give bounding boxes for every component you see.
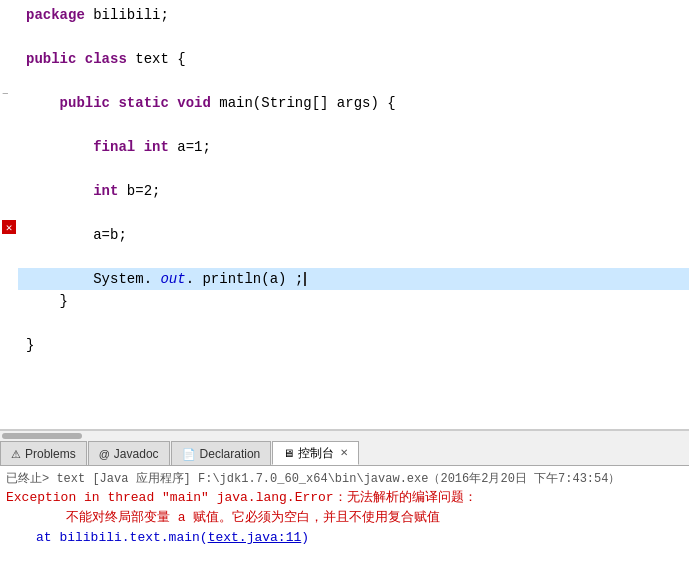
problems-icon: ⚠	[11, 442, 21, 466]
code-line-4	[18, 70, 689, 92]
tab-console[interactable]: 🖥 控制台 ✕	[272, 441, 359, 465]
code-line-1: package bilibili;	[18, 4, 689, 26]
code-editor[interactable]: − ✕ package bilibili; public class text …	[0, 0, 689, 430]
console-at-prefix: at bilibili.text.main(	[36, 530, 208, 545]
tab-declaration[interactable]: 📄 Declaration	[171, 441, 272, 465]
tab-javadoc-label: Javadoc	[114, 442, 159, 466]
console-line-at: at bilibili.text.main(text.java:11)	[6, 528, 683, 548]
code-line-2	[18, 26, 689, 48]
code-line-5: public static void main(String[] args) {	[18, 92, 689, 114]
console-line-detail: 不能对终局部变量 a 赋值。它必须为空白，并且不使用复合赋值	[6, 508, 683, 528]
tab-problems[interactable]: ⚠ Problems	[0, 441, 87, 465]
tab-javadoc[interactable]: @ Javadoc	[88, 441, 170, 465]
tab-console-label: 控制台	[298, 441, 334, 465]
code-line-16: }	[18, 334, 689, 356]
tab-problems-label: Problems	[25, 442, 76, 466]
error-marker-11: ✕	[2, 220, 16, 234]
tab-declaration-label: Declaration	[200, 442, 261, 466]
code-line-15	[18, 312, 689, 334]
code-line-8	[18, 158, 689, 180]
code-line-12	[18, 246, 689, 268]
console-stack-link[interactable]: text.java:11	[208, 530, 302, 545]
editor-gutter: − ✕	[0, 0, 18, 429]
scrollbar-thumb[interactable]	[2, 433, 82, 439]
horizontal-scrollbar[interactable]	[0, 430, 689, 440]
code-line-13: System. out. println(a) ;	[18, 268, 689, 290]
code-line-10	[18, 202, 689, 224]
code-line-11: a=b;	[18, 224, 689, 246]
collapse-marker-5[interactable]: −	[2, 88, 9, 100]
console-at-suffix: )	[301, 530, 309, 545]
console-icon: 🖥	[283, 441, 294, 465]
declaration-icon: 📄	[182, 442, 196, 466]
code-line-9: int b=2;	[18, 180, 689, 202]
code-line-6	[18, 114, 689, 136]
console-line-terminated: 已终止> text [Java 应用程序] F:\jdk1.7.0_60_x64…	[6, 470, 683, 488]
code-line-7: final int a=1;	[18, 136, 689, 158]
code-lines: package bilibili; public class text { pu…	[18, 0, 689, 360]
console-output: 已终止> text [Java 应用程序] F:\jdk1.7.0_60_x64…	[0, 466, 689, 582]
console-close-icon[interactable]: ✕	[340, 441, 348, 465]
code-line-3: public class text {	[18, 48, 689, 70]
javadoc-icon: @	[99, 442, 110, 466]
bottom-tab-bar: ⚠ Problems @ Javadoc 📄 Declaration 🖥 控制台…	[0, 440, 689, 466]
console-line-exception: Exception in thread "main" java.lang.Err…	[6, 488, 683, 508]
code-line-14: }	[18, 290, 689, 312]
